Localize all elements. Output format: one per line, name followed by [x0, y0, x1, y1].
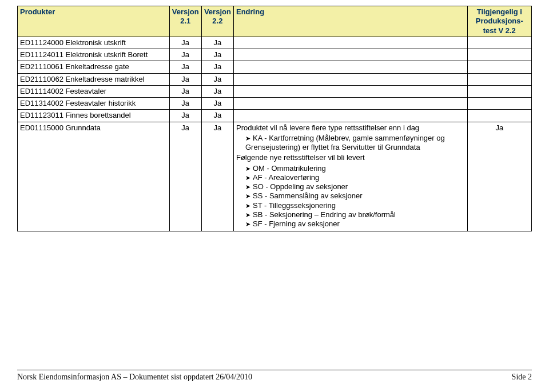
cell-tilg: [467, 49, 531, 61]
col-versjon22: Versjon 2.2: [201, 6, 233, 37]
cell-v21: Ja: [169, 73, 201, 85]
cell-produkt: ED11124011 Elektronisk utskrift Borett: [18, 49, 170, 61]
cell-tilg: [467, 98, 531, 110]
col-versjon21: Versjon 2.1: [169, 6, 201, 37]
cell-v22: Ja: [201, 122, 233, 231]
cell-v21: Ja: [169, 61, 201, 73]
col-endring: Endring: [233, 6, 467, 37]
table-row: ED11123011 Finnes borettsandelJaJa: [18, 110, 532, 122]
cell-produkt: ED21110062 Enkeltadresse matrikkel: [18, 73, 170, 85]
cell-produkt: ED11123011 Finnes borettsandel: [18, 110, 170, 122]
endring-subitem: OM - Ommatrikulering: [245, 164, 465, 173]
table-row: ED21110061 Enkeltadresse gateJaJa: [18, 61, 532, 73]
endring-subitem: AF - Arealoverføring: [245, 173, 465, 182]
cell-v22: Ja: [201, 37, 233, 49]
cell-tilg: [467, 73, 531, 85]
cell-tilg: Ja: [467, 122, 531, 231]
endring-sublist: OM - OmmatrikuleringAF - Arealoverføring…: [236, 164, 465, 229]
page-footer: Norsk Eiendomsinformasjon AS – Dokumente…: [17, 370, 532, 382]
table-row: ED11124000 Elektronisk utskriftJaJa: [18, 37, 532, 49]
cell-endring: [233, 37, 467, 49]
table-row: ED11124011 Elektronisk utskrift BorettJa…: [18, 49, 532, 61]
table-header-row: Produkter Versjon 2.1 Versjon 2.2 Endrin…: [18, 6, 532, 37]
cell-v22: Ja: [201, 110, 233, 122]
cell-endring: [233, 85, 467, 97]
endring-list-top: KA - Kartforretning (Målebrev, gamle sam…: [236, 134, 465, 153]
cell-v22: Ja: [201, 61, 233, 73]
col-tilgjengelig: Tilgjengelig i Produksjons- test V 2.2: [467, 6, 531, 37]
cell-v21: Ja: [169, 49, 201, 61]
product-table: Produkter Versjon 2.1 Versjon 2.2 Endrin…: [17, 6, 532, 231]
endring-subitem: SF - Fjerning av seksjoner: [245, 219, 465, 229]
endring-subitem: SB - Seksjonering – Endring av brøk/form…: [245, 210, 465, 219]
cell-produkt: ED11314002 Festeavtaler historikk: [18, 98, 170, 110]
cell-produkt: ED01115000 Grunndata: [18, 122, 170, 231]
cell-v21: Ja: [169, 98, 201, 110]
cell-v21: Ja: [169, 122, 201, 231]
cell-produkt: ED11114002 Festeavtaler: [18, 85, 170, 97]
cell-produkt: ED11124000 Elektronisk utskrift: [18, 37, 170, 49]
cell-endring: [233, 98, 467, 110]
endring-subitem: ST - Tilleggsseksjonering: [245, 201, 465, 210]
cell-endring: [233, 110, 467, 122]
endring-subitem: SO - Oppdeling av seksjoner: [245, 182, 465, 191]
table-row: ED11114002 FesteavtalerJaJa: [18, 85, 532, 97]
cell-v22: Ja: [201, 73, 233, 85]
endring-folgende: Følgende nye rettsstiftelser vil bli lev…: [236, 153, 465, 162]
cell-v21: Ja: [169, 85, 201, 97]
cell-tilg: [467, 85, 531, 97]
cell-endring: Produktet vil nå levere flere type retts…: [233, 122, 467, 231]
cell-tilg: [467, 61, 531, 73]
table-row: ED01115000 Grunndata Ja Ja Produktet vil…: [18, 122, 532, 231]
cell-produkt: ED21110061 Enkeltadresse gate: [18, 61, 170, 73]
cell-v22: Ja: [201, 49, 233, 61]
cell-v22: Ja: [201, 85, 233, 97]
endring-intro: Produktet vil nå levere flere type retts…: [236, 123, 465, 133]
cell-v21: Ja: [169, 37, 201, 49]
cell-v22: Ja: [201, 98, 233, 110]
footer-right: Side 2: [512, 373, 532, 382]
endring-item-ka: KA - Kartforretning (Målebrev, gamle sam…: [245, 134, 465, 153]
footer-left: Norsk Eiendomsinformasjon AS – Dokumente…: [17, 373, 252, 382]
cell-endring: [233, 73, 467, 85]
cell-endring: [233, 61, 467, 73]
cell-endring: [233, 49, 467, 61]
cell-tilg: [467, 37, 531, 49]
cell-v21: Ja: [169, 110, 201, 122]
endring-subitem: SS - Sammenslåing av seksjoner: [245, 191, 465, 201]
table-row: ED21110062 Enkeltadresse matrikkelJaJa: [18, 73, 532, 85]
table-row: ED11314002 Festeavtaler historikkJaJa: [18, 98, 532, 110]
col-produkter: Produkter: [18, 6, 170, 37]
cell-tilg: [467, 110, 531, 122]
